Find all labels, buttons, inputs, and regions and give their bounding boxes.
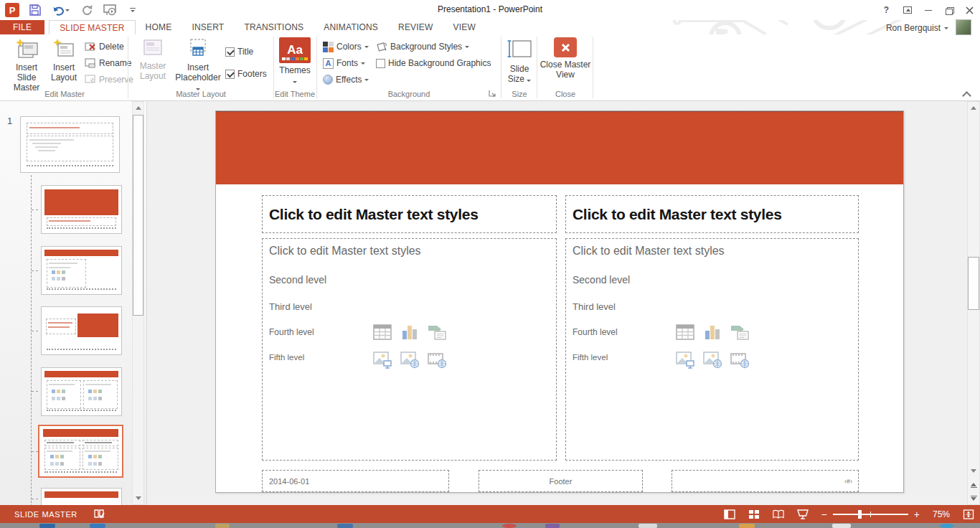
reading-view-icon[interactable] xyxy=(773,509,784,519)
ribbon-display-options-icon[interactable] xyxy=(897,0,918,20)
fonts-icon: A xyxy=(323,58,334,69)
insert-video-icon[interactable] xyxy=(427,349,447,369)
title-checkbox[interactable]: Title xyxy=(225,45,253,58)
minimize-icon[interactable] xyxy=(918,0,938,20)
right-content-placeholder[interactable]: Click to edit Master text styles Second … xyxy=(565,238,859,461)
effects-button[interactable]: Effects xyxy=(323,73,369,86)
group-label-close: Close xyxy=(540,90,590,98)
rename-button[interactable]: Rename xyxy=(85,57,131,70)
undo-dropdown-icon[interactable] xyxy=(65,9,70,11)
tab-file[interactable]: FILE xyxy=(0,20,44,34)
thumbnail-two-content-layout[interactable] xyxy=(41,367,122,416)
insert-layout-button[interactable]: Insert Layout xyxy=(47,37,80,98)
tab-review[interactable]: REVIEW xyxy=(388,20,443,34)
insert-table-icon[interactable] xyxy=(675,322,695,342)
footer-placeholder[interactable]: Footer xyxy=(479,470,643,492)
tab-transitions[interactable]: TRANSITIONS xyxy=(234,20,314,34)
footers-checkbox-box[interactable] xyxy=(225,70,235,79)
thumbnail-partial-layout[interactable] xyxy=(41,488,122,505)
left-content-placeholder[interactable]: Click to edit Master text styles Second … xyxy=(262,238,557,461)
tab-slide-master[interactable]: SLIDE MASTER xyxy=(49,20,135,34)
thumbnail-scroll-down-icon[interactable] xyxy=(133,493,143,504)
insert-smartart-icon[interactable] xyxy=(427,322,447,342)
thumbnail-scrollbar-thumb[interactable] xyxy=(133,115,143,316)
insert-chart-icon[interactable] xyxy=(400,322,420,342)
content-insert-icons xyxy=(675,322,750,369)
background-styles-button[interactable]: Background Styles xyxy=(376,40,469,53)
zoom-percentage[interactable]: 75% xyxy=(933,509,950,519)
insert-video-icon[interactable] xyxy=(730,349,750,369)
slide-number-placeholder[interactable]: ‹#› xyxy=(672,470,859,492)
thumbnail-comparison-layout-selected[interactable] xyxy=(38,425,123,478)
tab-view[interactable]: VIEW xyxy=(443,20,486,34)
insert-smartart-icon[interactable] xyxy=(730,322,750,342)
thumbnail-scroll-up-icon[interactable] xyxy=(133,103,143,113)
thumbnail-slide-master[interactable] xyxy=(20,116,120,173)
status-bar: SLIDE MASTER − xyxy=(0,505,980,523)
colors-button[interactable]: Colors xyxy=(323,40,369,53)
slide-size-button[interactable]: Slide Size xyxy=(504,37,535,98)
workspace: 1 xyxy=(0,101,980,505)
thumbnail-section-header-layout[interactable] xyxy=(41,306,122,355)
user-avatar[interactable] xyxy=(956,19,971,35)
restore-icon[interactable] xyxy=(938,0,959,20)
footers-checkbox[interactable]: Footers xyxy=(225,67,267,80)
master-layout-button[interactable]: Master Layout xyxy=(133,37,172,98)
insert-online-picture-icon[interactable] xyxy=(702,349,722,369)
thumbnail-title-slide-layout[interactable] xyxy=(41,185,122,234)
close-icon[interactable] xyxy=(959,0,980,20)
fonts-button[interactable]: A Fonts xyxy=(323,57,365,70)
zoom-slider[interactable] xyxy=(833,514,908,515)
zoom-out-button[interactable]: − xyxy=(821,509,827,519)
tab-home[interactable]: HOME xyxy=(136,20,182,34)
tab-animations[interactable]: ANIMATIONS xyxy=(314,20,388,34)
redo-icon[interactable] xyxy=(79,2,95,18)
tab-insert[interactable]: INSERT xyxy=(182,20,234,34)
save-icon[interactable] xyxy=(27,2,43,18)
help-icon[interactable]: ? xyxy=(876,0,897,20)
left-title-placeholder[interactable]: Click to edit Master text styles xyxy=(262,195,557,233)
close-master-view-button[interactable]: Close Master View xyxy=(540,37,591,98)
account-menu[interactable]: Ron Bergquist xyxy=(886,23,948,33)
slide-sorter-view-icon[interactable] xyxy=(748,509,760,519)
themes-button[interactable]: Aa Themes xyxy=(278,37,312,98)
insert-table-icon[interactable] xyxy=(372,322,392,342)
next-slide-icon[interactable] xyxy=(968,492,979,504)
main-scrollbar-thumb[interactable] xyxy=(968,257,979,310)
zoom-control: − + xyxy=(821,509,920,519)
thumbnail-title-content-layout[interactable] xyxy=(41,246,122,295)
zoom-slider-handle[interactable] xyxy=(858,510,862,519)
insert-online-picture-icon[interactable] xyxy=(400,349,420,369)
insert-placeholder-button[interactable]: Insert Placeholder xyxy=(175,37,221,98)
hide-background-graphics-checkbox[interactable]: Hide Background Graphics xyxy=(376,57,491,70)
fit-slide-to-window-icon[interactable] xyxy=(963,509,974,519)
title-checkbox-box[interactable] xyxy=(225,47,235,57)
insert-picture-icon[interactable] xyxy=(372,349,392,369)
insert-placeholder-icon xyxy=(186,37,210,60)
customize-qat-icon[interactable] xyxy=(125,2,141,18)
slide-editing-area[interactable]: Click to edit Master text styles Click t… xyxy=(215,110,904,493)
slide-show-icon[interactable] xyxy=(797,509,809,519)
preserve-button[interactable]: Preserve xyxy=(85,73,133,86)
close-master-view-icon xyxy=(554,37,577,57)
right-title-placeholder[interactable]: Click to edit Master text styles xyxy=(565,195,859,233)
spell-check-icon[interactable] xyxy=(93,509,105,519)
insert-chart-icon[interactable] xyxy=(702,322,722,342)
undo-button[interactable] xyxy=(50,2,72,18)
previous-slide-icon[interactable] xyxy=(968,479,979,491)
delete-button[interactable]: Delete xyxy=(85,40,124,53)
colors-dropdown-icon xyxy=(364,46,369,48)
insert-slide-master-button[interactable]: Insert Slide Master xyxy=(6,37,47,98)
powerpoint-logo-icon[interactable]: P xyxy=(4,2,20,18)
insert-picture-icon[interactable] xyxy=(675,349,695,369)
banner-shape[interactable] xyxy=(216,111,903,184)
hide-background-graphics-box[interactable] xyxy=(376,59,385,68)
master-layout-icon xyxy=(141,37,164,59)
normal-view-icon[interactable] xyxy=(724,509,735,519)
zoom-in-button[interactable]: + xyxy=(914,509,920,519)
collapse-ribbon-icon[interactable] xyxy=(961,90,973,99)
scroll-up-icon[interactable] xyxy=(968,103,979,113)
scroll-down-icon[interactable] xyxy=(968,466,979,476)
date-placeholder[interactable]: 2014-06-01 xyxy=(262,470,449,492)
start-from-beginning-icon[interactable] xyxy=(102,2,118,18)
